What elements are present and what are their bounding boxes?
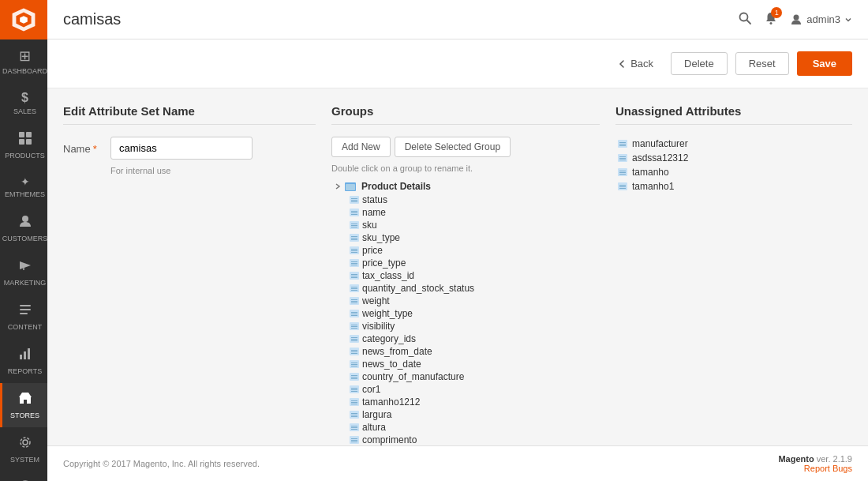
unassigned-attribute-label: tamanho1: [632, 181, 674, 192]
sidebar-item-partners[interactable]: FIND PARTNERS& EXTENSIONS: [0, 472, 47, 481]
topbar-actions: 1 admin3: [738, 11, 852, 28]
tree-item[interactable]: cor1: [347, 383, 600, 396]
back-arrow-icon: [617, 59, 627, 69]
svg-line-24: [747, 20, 751, 24]
unassigned-attribute-icon: [618, 182, 627, 190]
sidebar-item-content[interactable]: CONTENT: [0, 295, 47, 339]
unassigned-attribute-icon: [618, 140, 627, 148]
attribute-icon: [350, 310, 359, 318]
attribute-label: cor1: [362, 384, 380, 395]
tree-item[interactable]: largura: [347, 408, 600, 421]
tree-item[interactable]: weight_type: [347, 307, 600, 320]
sidebar-item-sales[interactable]: $ SALES: [0, 83, 47, 123]
sidebar-item-marketing[interactable]: MARKETING: [0, 250, 47, 295]
emthemes-icon: ✦: [21, 175, 30, 188]
tree-item[interactable]: visibility: [347, 320, 600, 333]
tree-item[interactable]: weight: [347, 295, 600, 307]
tree-item[interactable]: sku: [347, 219, 600, 231]
attribute-label: sku_type: [362, 232, 400, 243]
attribute-label: status: [362, 194, 387, 205]
attribute-label: tamanho1212: [362, 396, 420, 408]
tree-item[interactable]: tax_class_id: [347, 269, 600, 282]
unassigned-item[interactable]: asdssa12312: [615, 151, 852, 165]
tree-item[interactable]: sku_type: [347, 231, 600, 244]
products-icon: [18, 131, 32, 149]
attribute-label: country_of_manufacture: [362, 371, 464, 382]
logo: [0, 0, 47, 39]
tree-group-header[interactable]: Product Details: [331, 179, 600, 194]
sidebar-item-system[interactable]: SYSTEM: [0, 427, 47, 472]
footer-right: Magento ver. 2.1.9 Report Bugs: [778, 454, 852, 473]
delete-selected-group-button[interactable]: Delete Selected Group: [395, 137, 511, 157]
svg-point-19: [21, 438, 30, 447]
svg-point-7: [22, 216, 28, 222]
tree-item[interactable]: price: [347, 244, 600, 257]
tree-item[interactable]: tamanho1212: [347, 396, 600, 408]
attribute-label: weight_type: [362, 308, 413, 319]
tree-item[interactable]: category_ids: [347, 333, 600, 345]
notifications-icon[interactable]: 1: [764, 11, 778, 28]
tree-item[interactable]: country_of_manufacture: [347, 370, 600, 383]
name-input[interactable]: [110, 137, 253, 160]
sidebar-item-marketing-label: MARKETING: [4, 279, 47, 287]
attribute-icon: [350, 423, 359, 431]
tree-item[interactable]: altura: [347, 421, 600, 434]
sidebar-item-products-label: PRODUCTS: [5, 152, 45, 160]
tree-item[interactable]: news_to_date: [347, 358, 600, 370]
footer: Copyright © 2017 Magento, Inc. All right…: [47, 445, 868, 481]
edit-attribute-title: Edit Attribute Set Name: [63, 104, 316, 125]
delete-button[interactable]: Delete: [671, 52, 728, 75]
unassigned-attribute-icon: [618, 154, 627, 162]
sidebar-item-emthemes[interactable]: ✦ EMTHEMES: [0, 167, 47, 206]
attribute-label: visibility: [362, 321, 395, 332]
svg-point-18: [23, 440, 28, 445]
name-label: Name*: [63, 137, 103, 155]
main-content: camisas 1 admin3: [47, 0, 868, 481]
attribute-label: tax_class_id: [362, 270, 414, 281]
tree-children: status name sku sku_type price price_typ…: [347, 194, 600, 445]
tree-item[interactable]: name: [347, 206, 600, 219]
attribute-icon: [350, 221, 359, 229]
attribute-tree: Product Details status name sku sku_type…: [331, 179, 600, 445]
name-hint: For internal use: [110, 166, 316, 175]
report-bugs-link[interactable]: Report Bugs: [804, 464, 852, 473]
sidebar-item-products[interactable]: PRODUCTS: [0, 123, 47, 167]
save-button[interactable]: Save: [797, 51, 852, 76]
tree-item[interactable]: news_from_date: [347, 345, 600, 358]
unassigned-item[interactable]: manufacturer: [615, 137, 852, 151]
attribute-label: news_to_date: [362, 359, 421, 370]
sidebar-item-customers[interactable]: CUSTOMERS: [0, 206, 47, 250]
attribute-label: price_type: [362, 257, 406, 269]
notifications-badge: 1: [771, 7, 782, 18]
attribute-icon: [350, 284, 359, 292]
add-new-button[interactable]: Add New: [331, 137, 391, 157]
content-icon: [18, 303, 32, 321]
search-icon[interactable]: [738, 11, 752, 28]
tree-item[interactable]: price_type: [347, 257, 600, 269]
unassigned-attribute-label: manufacturer: [632, 138, 688, 149]
svg-point-25: [770, 22, 773, 24]
expand-icon: [334, 182, 342, 190]
sidebar-item-stores[interactable]: STORES: [0, 383, 47, 427]
attribute-label: sku: [362, 220, 377, 231]
dashboard-icon: ⊞: [19, 47, 31, 65]
attribute-label: largura: [362, 409, 391, 420]
tree-item[interactable]: quantity_and_stock_status: [347, 282, 600, 295]
user-menu[interactable]: admin3: [790, 13, 852, 26]
sidebar-item-reports[interactable]: REPORTS: [0, 339, 47, 383]
back-button[interactable]: Back: [608, 53, 663, 74]
sidebar-item-dashboard[interactable]: ⊞ DASHBOARD: [0, 39, 47, 83]
attribute-label: price: [362, 245, 383, 256]
attribute-icon: [350, 373, 359, 381]
tree-item[interactable]: comprimento: [347, 434, 600, 445]
reset-button[interactable]: Reset: [735, 52, 789, 75]
unassigned-item[interactable]: tamanho: [615, 165, 852, 179]
tree-item[interactable]: status: [347, 194, 600, 206]
unassigned-item[interactable]: tamanho1: [615, 179, 852, 194]
attribute-icon: [350, 335, 359, 343]
copyright-text: Copyright © 2017 Magento, Inc. All right…: [63, 459, 260, 468]
attribute-label: comprimento: [362, 434, 417, 445]
attribute-icon: [350, 411, 359, 419]
unassigned-title: Unassigned Attributes: [615, 104, 852, 125]
svg-rect-13: [20, 355, 22, 359]
